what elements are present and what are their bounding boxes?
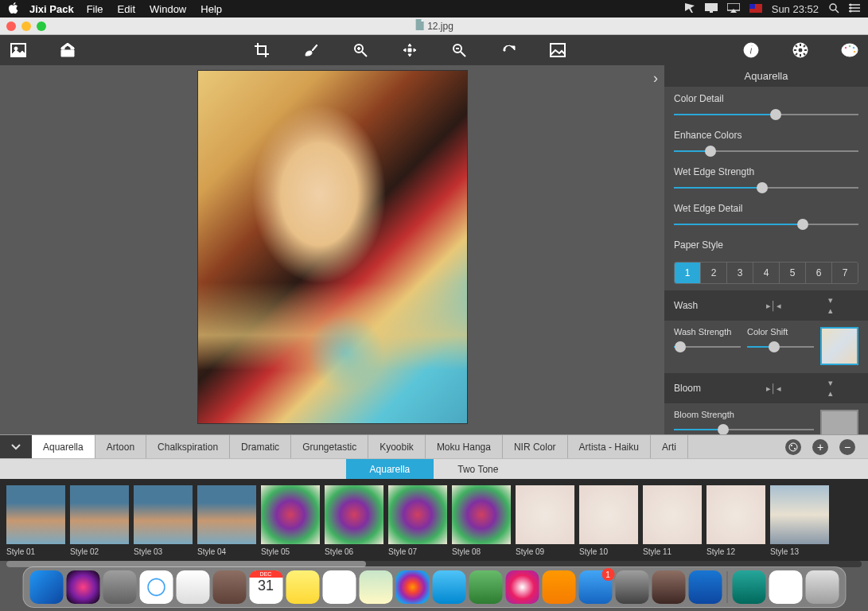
effect-tab-chalkspiration[interactable]: Chalkspiration xyxy=(146,435,230,458)
effect-tab-artista-haiku[interactable]: Artista - Haiku xyxy=(568,435,651,458)
zoom-out-icon[interactable] xyxy=(450,41,468,59)
palette-icon[interactable] xyxy=(841,41,858,59)
style-preset[interactable]: Style 12 xyxy=(706,485,765,559)
color-shift-slider[interactable] xyxy=(747,341,814,352)
bloom-preview-thumb[interactable] xyxy=(820,410,858,434)
dock-notes[interactable] xyxy=(286,570,319,604)
bloom-strength-slider[interactable] xyxy=(674,424,814,434)
style-preset[interactable]: Style 04 xyxy=(197,485,256,559)
dock-preferences[interactable] xyxy=(615,570,648,604)
info-icon[interactable]: i xyxy=(742,41,760,59)
sub-tab-two-tone[interactable]: Two Tone xyxy=(434,459,522,479)
dock-downloads[interactable] xyxy=(732,570,765,604)
style-preset[interactable]: Style 07 xyxy=(388,485,447,559)
pan-icon[interactable] xyxy=(401,41,418,59)
apple-menu-icon[interactable] xyxy=(8,2,18,16)
paper-style-7[interactable]: 7 xyxy=(832,263,858,283)
quick-action-icon[interactable] xyxy=(684,2,695,16)
settings-icon[interactable] xyxy=(792,41,809,59)
wash-preview-thumb[interactable] xyxy=(820,327,858,365)
paper-style-5[interactable]: 5 xyxy=(780,263,806,283)
wet-edge-detail-slider[interactable] xyxy=(674,219,858,230)
effect-tab-aquarella[interactable]: Aquarella xyxy=(32,435,95,458)
effect-tab-artoon[interactable]: Artoon xyxy=(95,435,146,458)
paper-style-6[interactable]: 6 xyxy=(806,263,832,283)
style-preset[interactable]: Style 01 xyxy=(6,485,65,559)
wash-strength-slider[interactable] xyxy=(674,341,741,352)
dock-jixipix[interactable] xyxy=(688,570,722,604)
dock-launchpad[interactable] xyxy=(103,570,136,604)
dock-finder[interactable] xyxy=(29,570,63,604)
zoom-in-icon[interactable] xyxy=(352,41,369,59)
effect-tab-kyoobik[interactable]: Kyoobik xyxy=(368,435,426,458)
style-preset[interactable]: Style 09 xyxy=(516,485,574,559)
dock-trash[interactable] xyxy=(805,570,839,604)
effect-tab-nir-color[interactable]: NIR Color xyxy=(503,435,568,458)
menu-help[interactable]: Help xyxy=(200,3,222,15)
zoom-window-button[interactable] xyxy=(37,21,46,31)
spotlight-icon[interactable] xyxy=(828,2,839,16)
minimize-window-button[interactable] xyxy=(21,21,31,31)
display-icon[interactable] xyxy=(705,3,718,15)
dock-photos[interactable] xyxy=(395,570,429,604)
effect-tabs-expand-icon[interactable] xyxy=(0,435,32,458)
paper-style-1[interactable]: 1 xyxy=(675,263,701,283)
dock-facetime[interactable] xyxy=(469,570,502,604)
flip-vertical-icon[interactable]: ▾▴ xyxy=(802,295,858,316)
airplay-icon[interactable] xyxy=(727,3,740,15)
menu-file[interactable]: File xyxy=(87,3,103,15)
random-button[interactable] xyxy=(785,439,801,455)
style-preset[interactable]: Style 08 xyxy=(452,485,511,559)
effect-tab-dramatic[interactable]: Dramatic xyxy=(230,435,291,458)
bloom-flip-vertical-icon[interactable]: ▾▴ xyxy=(802,378,858,399)
style-preset[interactable]: Style 10 xyxy=(579,485,638,559)
app-name[interactable]: Jixi Pack xyxy=(29,3,74,15)
sub-tab-aquarella[interactable]: Aquarella xyxy=(346,459,434,479)
wet-edge-strength-slider[interactable] xyxy=(674,182,858,193)
redo-icon[interactable] xyxy=(500,41,517,59)
dock-appstore[interactable]: 1 xyxy=(578,570,612,604)
dock-reminders[interactable] xyxy=(322,570,356,604)
dock-siri[interactable] xyxy=(66,570,99,604)
paper-style-3[interactable]: 3 xyxy=(727,263,753,283)
style-preset[interactable]: Style 03 xyxy=(134,485,193,559)
effect-tab-grungetastic[interactable]: Grungetastic xyxy=(291,435,368,458)
style-preset[interactable]: Style 02 xyxy=(70,485,129,559)
color-detail-slider[interactable] xyxy=(674,109,858,120)
remove-preset-button[interactable]: − xyxy=(839,439,855,455)
dock-safari[interactable] xyxy=(139,570,173,604)
dock-folder[interactable] xyxy=(769,570,802,604)
dock-ibooks[interactable] xyxy=(542,570,575,604)
dock-maps[interactable] xyxy=(359,570,392,604)
dock-itunes[interactable] xyxy=(505,570,539,604)
paper-style-4[interactable]: 4 xyxy=(753,263,780,283)
add-preset-button[interactable]: + xyxy=(812,439,828,455)
style-preset[interactable]: Style 05 xyxy=(261,485,320,559)
menu-window[interactable]: Window xyxy=(150,3,186,15)
style-preset[interactable]: Style 06 xyxy=(325,485,383,559)
notification-center-icon[interactable] xyxy=(849,3,860,15)
close-window-button[interactable] xyxy=(6,21,16,31)
effect-tab-moku-hanga[interactable]: Moku Hanga xyxy=(426,435,503,458)
brush-icon[interactable] xyxy=(302,41,320,59)
panel-collapse-chevron-icon[interactable]: › xyxy=(653,70,658,87)
dock-messages[interactable] xyxy=(432,570,465,604)
save-image-icon[interactable] xyxy=(59,41,76,59)
compare-icon[interactable] xyxy=(549,41,566,59)
style-preset[interactable]: Style 11 xyxy=(643,485,702,559)
effect-tab-arti[interactable]: Arti xyxy=(651,435,688,458)
open-image-icon[interactable] xyxy=(10,41,27,59)
dock-app1[interactable] xyxy=(652,570,685,604)
style-preset[interactable]: Style 13 xyxy=(770,485,829,559)
enhance-colors-slider[interactable] xyxy=(674,146,858,157)
bloom-flip-horizontal-icon[interactable]: ▸│◂ xyxy=(745,383,802,394)
dock-calendar[interactable]: DEC31 xyxy=(249,570,282,604)
crop-icon[interactable] xyxy=(253,41,271,59)
menu-edit[interactable]: Edit xyxy=(118,3,135,15)
style-strip[interactable]: Style 01Style 02Style 03Style 04Style 05… xyxy=(0,479,868,561)
dock-contacts[interactable] xyxy=(212,570,246,604)
clock[interactable]: Sun 23:52 xyxy=(772,3,819,15)
input-flag-icon[interactable] xyxy=(749,3,762,15)
dock-mail[interactable] xyxy=(176,570,209,604)
flip-horizontal-icon[interactable]: ▸│◂ xyxy=(745,301,802,311)
